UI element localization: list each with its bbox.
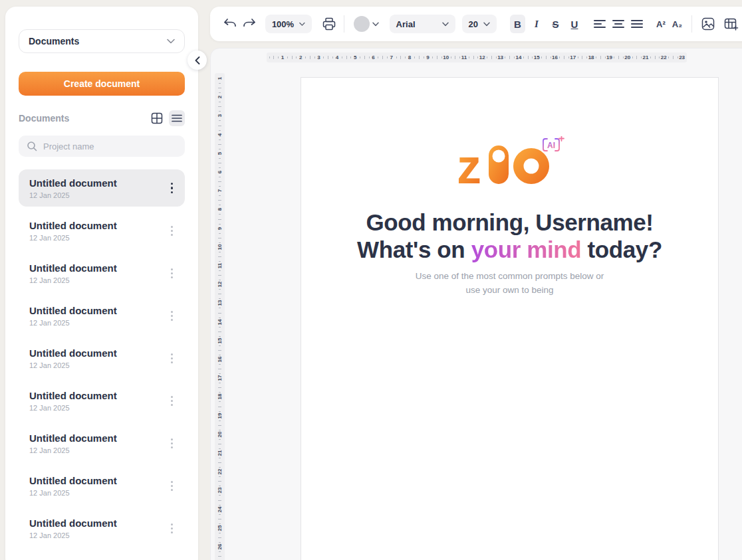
font-family-value: Arial	[396, 19, 416, 29]
view-toggle-group	[149, 110, 185, 126]
document-date: 12 Jan 2025	[29, 531, 167, 539]
toolbar-divider	[344, 15, 344, 33]
document-kebab-menu-icon[interactable]	[167, 519, 177, 537]
insert-table-button[interactable]	[723, 15, 739, 33]
document-title: Untitled document	[29, 177, 167, 189]
text-color-dropdown[interactable]	[352, 15, 380, 33]
color-swatch	[354, 16, 370, 32]
align-right-button[interactable]	[629, 15, 645, 33]
redo-button[interactable]	[241, 15, 257, 33]
greeting-line1: Good morning, Username!	[366, 209, 653, 235]
document-kebab-menu-icon[interactable]	[167, 264, 177, 282]
svg-text:AI: AI	[547, 141, 555, 150]
search-input[interactable]	[43, 141, 177, 151]
image-icon	[701, 17, 715, 31]
bold-button[interactable]: B	[510, 15, 525, 33]
document-title: Untitled document	[29, 305, 167, 316]
document-meta: Untitled document 12 Jan 2025	[29, 517, 167, 539]
chevron-down-icon	[167, 39, 175, 44]
sidebar-collapse-button[interactable]	[187, 50, 207, 70]
document-title: Untitled document	[29, 517, 167, 529]
redo-icon	[242, 17, 257, 31]
underline-button[interactable]: U	[567, 15, 582, 33]
document-kebab-menu-icon[interactable]	[167, 307, 177, 325]
vertical-ruler: 1234567891011121314151617181920212223242…	[215, 73, 225, 560]
chevron-down-icon	[372, 22, 379, 27]
document-title: Untitled document	[29, 432, 167, 444]
printer-icon	[322, 17, 336, 31]
document-list: Untitled document 12 Jan 2025 Untitled d…	[19, 169, 185, 547]
font-family-dropdown[interactable]: Arial	[390, 15, 455, 33]
undo-button[interactable]	[222, 15, 238, 33]
document-list-item[interactable]: Untitled document 12 Jan 2025	[19, 339, 185, 377]
font-size-dropdown[interactable]: 20	[462, 15, 497, 33]
document-list-item[interactable]: Untitled document 12 Jan 2025	[19, 297, 185, 334]
zoom-level-value: 100%	[272, 19, 294, 29]
insert-image-button[interactable]	[700, 15, 716, 33]
document-date: 12 Jan 2025	[29, 489, 167, 497]
zoom-level-dropdown[interactable]: 100%	[265, 15, 312, 33]
document-kebab-menu-icon[interactable]	[167, 349, 177, 367]
horizontal-ruler: 1234567891011121314151617181920212223	[267, 52, 687, 62]
documents-section-header: Documents	[19, 110, 185, 126]
align-right-icon	[631, 20, 643, 28]
document-meta: Untitled document 12 Jan 2025	[29, 220, 167, 242]
document-page[interactable]: zio z	[301, 77, 719, 560]
grid-view-icon	[151, 112, 163, 124]
toolbar-divider	[691, 15, 692, 33]
create-document-button[interactable]: Create document	[19, 72, 185, 96]
document-kebab-menu-icon[interactable]	[167, 434, 177, 452]
documents-section-label: Documents	[19, 113, 69, 124]
chevron-down-icon	[442, 22, 449, 27]
logo: zio z	[301, 136, 718, 185]
document-date: 12 Jan 2025	[29, 361, 167, 369]
subtitle-line2: use your own to being	[465, 285, 553, 295]
greeting-subtitle: Use one of the most common prompts below…	[301, 270, 718, 298]
editor-toolbar: 100% Arial 20 B I S U A² A₂	[210, 7, 742, 41]
document-meta: Untitled document 12 Jan 2025	[29, 432, 167, 454]
document-title: Untitled document	[29, 475, 167, 486]
workspace-selector-label: Documents	[29, 36, 79, 47]
document-kebab-menu-icon[interactable]	[167, 477, 177, 495]
align-center-button[interactable]	[610, 15, 626, 33]
subtitle-line1: Use one of the most common prompts below…	[416, 271, 604, 281]
document-list-item[interactable]: Untitled document 12 Jan 2025	[19, 254, 185, 292]
document-list-item[interactable]: Untitled document 12 Jan 2025	[19, 424, 185, 462]
chevron-down-icon	[299, 22, 305, 27]
document-meta: Untitled document 12 Jan 2025	[29, 262, 167, 284]
align-left-icon	[594, 20, 606, 28]
workspace-selector-dropdown[interactable]: Documents	[19, 29, 185, 53]
document-kebab-menu-icon[interactable]	[167, 222, 177, 240]
document-kebab-menu-icon[interactable]	[167, 392, 177, 410]
strikethrough-button[interactable]: S	[548, 15, 563, 33]
sidebar: Documents Create document Documents Unti…	[5, 7, 198, 560]
document-meta: Untitled document 12 Jan 2025	[29, 177, 167, 199]
document-list-item[interactable]: Untitled document 12 Jan 2025	[19, 467, 185, 504]
document-meta: Untitled document 12 Jan 2025	[29, 305, 167, 327]
subscript-button[interactable]: A₂	[670, 15, 685, 33]
list-view-button[interactable]	[169, 110, 185, 126]
document-date: 12 Jan 2025	[29, 191, 167, 199]
search-icon	[27, 141, 37, 151]
chevron-left-icon	[195, 56, 200, 64]
document-list-item[interactable]: Untitled document 12 Jan 2025	[19, 382, 185, 419]
editor-canvas: 1234567891011121314151617181920212223 12…	[210, 48, 742, 560]
grid-view-button[interactable]	[149, 110, 165, 126]
page-content: zio z	[301, 78, 718, 298]
font-size-value: 20	[469, 19, 478, 29]
document-list-item[interactable]: Untitled document 12 Jan 2025	[19, 212, 185, 249]
greeting-line2-prefix: What's on	[357, 236, 471, 262]
document-title: Untitled document	[29, 262, 167, 274]
document-title: Untitled document	[29, 220, 167, 231]
align-left-button[interactable]	[591, 15, 607, 33]
document-kebab-menu-icon[interactable]	[167, 179, 178, 198]
document-list-item[interactable]: Untitled document 12 Jan 2025	[19, 510, 185, 547]
print-button[interactable]	[321, 15, 337, 33]
align-center-icon	[612, 20, 624, 28]
document-list-item[interactable]: Untitled document 12 Jan 2025	[19, 169, 185, 207]
document-meta: Untitled document 12 Jan 2025	[29, 475, 167, 497]
greeting-highlight: your mind	[471, 236, 582, 262]
italic-button[interactable]: I	[529, 15, 545, 33]
greeting-heading: Good morning, Username! What's on your m…	[301, 209, 718, 263]
superscript-button[interactable]: A²	[654, 15, 669, 33]
